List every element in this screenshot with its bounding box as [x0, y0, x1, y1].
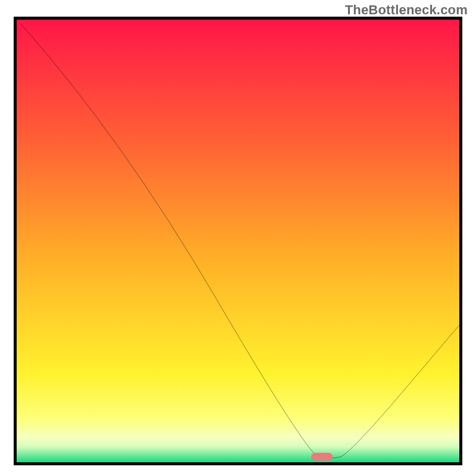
plot-area: [17, 20, 459, 462]
watermark-text: TheBottleneck.com: [345, 2, 468, 18]
chart-container: TheBottleneck.com: [0, 0, 476, 476]
plot-frame: [14, 17, 462, 465]
bottleneck-curve: [17, 20, 459, 462]
recommended-marker: [311, 453, 333, 461]
